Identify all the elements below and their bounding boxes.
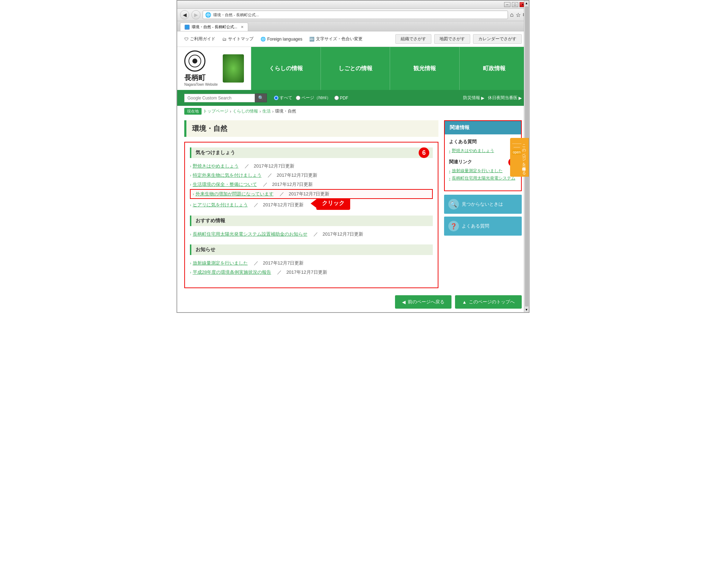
shield-icon: 🛡	[184, 37, 189, 42]
radio-all[interactable]: すべて	[274, 95, 292, 101]
link-text[interactable]: 野焼きはやめましょう	[193, 163, 239, 169]
related-link-1[interactable]: › 放射線量測定を行いました	[449, 167, 517, 175]
nav-item-chosei[interactable]: 町政情報	[459, 47, 529, 90]
arrow-icon: ›	[190, 232, 191, 236]
restore-button[interactable]: □	[512, 2, 518, 7]
search-cal-button[interactable]: カレンダーでさがす	[473, 34, 522, 44]
section-title-caution: 気をつけましょう	[190, 147, 433, 158]
breadcrumb-current-page: 環境・自然	[275, 108, 296, 114]
arrow-icon: ›	[190, 203, 191, 207]
footer-buttons: ◀ 前のページへ戻る ▲ このページのトップへ	[177, 292, 529, 312]
search-input[interactable]	[184, 94, 255, 102]
breadcrumb-seikatsu[interactable]: 生活	[262, 108, 271, 114]
forward-button[interactable]: ▶	[191, 10, 201, 19]
tab-label: 環境・自然 - 長柄町公式...	[192, 24, 237, 30]
link-text[interactable]: 生活環境の保全・整備について	[193, 181, 257, 188]
link-text[interactable]: 特定外来生物に気を付けましょう	[193, 172, 262, 178]
section-notice: お知らせ › 放射線量測定を行いました ／ 2017年12月7日更新 › 平成2…	[190, 244, 433, 277]
link-text[interactable]: 平成28年度の環境条例実施状況の報告	[193, 269, 271, 275]
top-icon: ▲	[462, 299, 467, 305]
foreign-lang-link[interactable]: 🌐 Foreign languages	[261, 37, 302, 42]
logo-icon	[184, 50, 205, 72]
search-org-button[interactable]: 組織でさがす	[395, 34, 431, 44]
sidebar-btn-faq[interactable]: ❓ よくある質問	[444, 217, 522, 236]
related-links-title: 関連リンク	[449, 159, 472, 165]
foreign-label: Foreign languages	[267, 37, 302, 42]
page-title: 環境・自然	[184, 120, 438, 137]
link-text[interactable]: 放射線量測定を行いました	[193, 260, 248, 266]
quick-link-bousai[interactable]: 防災情報 ▶	[463, 95, 484, 101]
section-title-recommend: おすすめ情報	[190, 216, 433, 226]
list-item[interactable]: › ヒアリに気を付けましょう ／ 2017年12月7日更新	[190, 200, 304, 210]
top-page-button[interactable]: ▲ このページのトップへ	[455, 295, 522, 309]
sitemap-link[interactable]: 🗂 サイトマップ	[222, 36, 253, 42]
star-icon[interactable]: ☆	[516, 12, 521, 18]
search-button[interactable]: 🔍	[255, 93, 267, 102]
search-bar: 🔍 すべて ページ（html） PDF 防災情報 ▶ 休日夜間当番医 ▶	[177, 90, 529, 106]
globe-icon: 🌐	[261, 37, 266, 42]
link-date: ／ 2017年12月7日更新	[275, 191, 330, 197]
section-caution: 気をつけましょう 6 › 野焼きはやめましょう ／ 2017年12月7日更新 ›…	[190, 147, 433, 210]
quick-link-kyujitsu[interactable]: 休日夜間当番医 ▶	[488, 95, 522, 101]
radio-pdf[interactable]: PDF	[334, 96, 348, 101]
link-date: ／ 2017年12月7日更新	[263, 172, 318, 178]
highlighted-link-text[interactable]: 外来生物の増加が問題になっています	[196, 191, 274, 197]
utilities-bar: 🛡 ご利用ガイド 🗂 サイトマップ 🌐 Foreign languages 🔤 …	[177, 31, 529, 47]
prev-icon: ◀	[402, 299, 406, 305]
site-header: 長柄町 NagaraTown Website くらしの情報 しごとの情報 観光情…	[177, 47, 529, 106]
faq-title: よくある質問	[449, 139, 517, 145]
textsize-link[interactable]: 🔤 文字サイズ・色合い変更	[309, 36, 363, 42]
section-recommend: おすすめ情報 › 長柄町住宅用太陽光発電システム設置補助金のお知らせ ／ 201…	[190, 216, 433, 239]
scroll-up-button[interactable]: ▲	[524, 1, 529, 6]
titlebar: ─ □ ✕	[177, 1, 529, 9]
list-item[interactable]: › 平成28年度の環境条例実施状況の報告 ／ 2017年12月7日更新	[190, 268, 433, 277]
arrow-icon: ›	[190, 261, 191, 265]
breadcrumb-current-label: 現在地	[184, 108, 202, 115]
breadcrumb: 現在地 トップページ › くらしの情報 › 生活 › 環境・自然	[177, 106, 529, 117]
nav-item-kurashi[interactable]: くらしの情報	[251, 47, 321, 90]
prev-page-button[interactable]: ◀ 前のページへ戻る	[395, 295, 451, 309]
faq-link[interactable]: › 野焼きはやめましょう	[449, 147, 517, 154]
list-item[interactable]: › 長柄町住宅用太陽光発電システム設置補助金のお知らせ ／ 2017年12月7日…	[190, 230, 433, 239]
scroll-down-button[interactable]: ▼	[524, 307, 529, 312]
list-item[interactable]: › 特定外来生物に気を付けましょう ／ 2017年12月7日更新	[190, 171, 433, 180]
site-logo[interactable]: 長柄町 NagaraTown Website	[177, 47, 251, 90]
tab-bar: 🌐 環境・自然 - 長柄町公式... ✕	[177, 21, 529, 31]
minimize-button[interactable]: ─	[504, 2, 510, 7]
active-tab[interactable]: 🌐 環境・自然 - 長柄町公式... ✕	[180, 23, 248, 31]
address-bar[interactable]: 🌐 環境・自然 - 長柄町公式...	[203, 11, 508, 19]
related-link-2[interactable]: › 長柄町住宅用太陽光発電システム	[449, 175, 517, 182]
highlighted-list-item[interactable]: › 外来生物の増加が問題になっています ／ 2017年12月7日更新	[190, 189, 433, 199]
radio-html[interactable]: ページ（html）	[296, 95, 331, 101]
tab-close-button[interactable]: ✕	[241, 25, 244, 29]
breadcrumb-kurashi[interactable]: くらしの情報	[233, 108, 258, 114]
open-button[interactable]: open	[512, 150, 521, 155]
main-wrapper: 環境・自然 気をつけましょう 6 › 野焼きはやめましょう ／ 2017年12月…	[177, 117, 529, 292]
faq-section: よくある質問 › 野焼きはやめましょう	[449, 139, 517, 154]
related-links-section: 関連リンク 7 › 放射線量測定を行いました › 長柄町住宅用太陽光発電システム	[449, 159, 517, 182]
home-icon[interactable]: ⌂	[510, 12, 514, 18]
guide-label: ご利用ガイド	[190, 36, 215, 42]
nav-item-shigoto[interactable]: しごとの情報	[321, 47, 390, 90]
list-item[interactable]: › 野焼きはやめましょう ／ 2017年12月7日更新	[190, 162, 433, 171]
save-tab[interactable]: このページを一時保存する —— open	[510, 138, 529, 177]
list-item[interactable]: › 放射線量測定を行いました ／ 2017年12月7日更新	[190, 259, 433, 268]
arrow-icon: ›	[190, 173, 191, 177]
section-title-notice: お知らせ	[190, 244, 433, 255]
back-button[interactable]: ◀	[180, 10, 189, 19]
arrow-icon: ›	[190, 164, 191, 168]
link-text[interactable]: 長柄町住宅用太陽光発電システム設置補助金のお知らせ	[193, 231, 307, 237]
link-text[interactable]: ヒアリに気を付けましょう	[193, 202, 248, 208]
list-item[interactable]: › 生活環境の保全・整備について ／ 2017年12月7日更新	[190, 180, 433, 189]
link-date: ／ 2017年12月7日更新	[249, 202, 304, 208]
search-map-button[interactable]: 地図でさがす	[434, 34, 470, 44]
link-date: ／ 2017年12月7日更新	[249, 260, 304, 266]
nav-item-kanko[interactable]: 観光情報	[390, 47, 459, 90]
guide-link[interactable]: 🛡 ご利用ガイド	[184, 36, 215, 42]
arrow-icon: ›	[190, 182, 191, 187]
browser-icon: 🌐	[205, 12, 211, 18]
breadcrumb-top[interactable]: トップページ	[203, 108, 228, 114]
sidebar-btn-notfound[interactable]: 🔍 見つからないときは	[444, 195, 522, 214]
main-navigation: くらしの情報 しごとの情報 観光情報 町政情報	[251, 47, 529, 90]
logo-sub: NagaraTown Website	[184, 83, 218, 86]
